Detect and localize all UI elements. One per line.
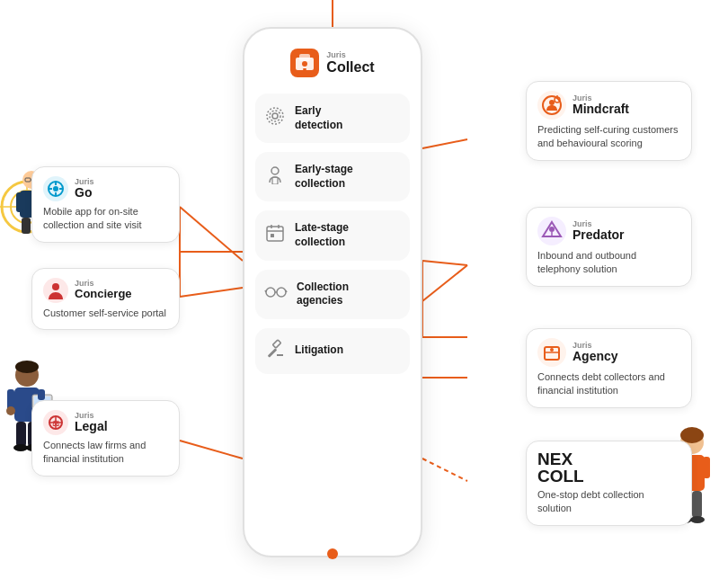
svg-point-28 <box>266 288 275 297</box>
svg-point-78 <box>15 361 39 373</box>
svg-line-2 <box>180 288 243 297</box>
card-juris-mindcraft: Juris Mindcraft Predicting self-curing c… <box>526 81 692 161</box>
svg-text:⚖: ⚖ <box>52 419 59 428</box>
phone-items-list: Earlydetection Early-stagecollection <box>255 94 410 374</box>
gavel-icon <box>264 339 286 363</box>
card-nexcoll: NEX COLL One-stop debt collection soluti… <box>526 441 692 526</box>
card-nexcoll-desc: One-stop debt collection solution <box>537 488 679 516</box>
juris-mindcraft-logo-icon <box>537 91 566 120</box>
svg-rect-15 <box>299 54 310 61</box>
phone-item-litigation[interactable]: Litigation <box>255 328 410 374</box>
juris-concierge-logo-icon <box>43 278 68 303</box>
juris-legal-logo-icon: ⚖ <box>43 410 68 435</box>
svg-line-6 <box>422 139 467 148</box>
svg-line-1 <box>180 207 243 261</box>
card-go-name: Go <box>75 186 94 200</box>
card-juris-agency: Juris Agency Connects debt collectors an… <box>526 328 692 408</box>
phone-item-label: Litigation <box>295 343 343 358</box>
svg-point-19 <box>270 111 280 121</box>
svg-rect-83 <box>38 389 45 400</box>
svg-point-88 <box>6 406 15 415</box>
phone-card: Juris Collect Earlydetection <box>243 27 422 557</box>
svg-point-18 <box>272 113 278 119</box>
svg-rect-22 <box>272 177 278 184</box>
person-icon <box>264 165 286 189</box>
svg-line-3 <box>180 441 243 459</box>
svg-rect-34 <box>272 340 280 348</box>
svg-rect-99 <box>692 491 702 518</box>
card-juris-concierge: Juris Concierge Customer self-service po… <box>31 268 180 330</box>
card-legal-name: Legal <box>75 420 108 433</box>
svg-point-62 <box>550 348 554 352</box>
svg-point-21 <box>271 167 279 174</box>
phone-header: Juris Collect <box>290 49 374 77</box>
svg-rect-33 <box>268 348 278 358</box>
svg-rect-97 <box>703 457 710 478</box>
phone-item-label: Early-stagecollection <box>295 163 353 191</box>
juris-collect-logo-icon <box>290 49 319 77</box>
svg-rect-84 <box>16 422 26 447</box>
diagram-container: Juris Collect Earlydetection <box>0 0 719 588</box>
phone-name: Collect <box>326 59 374 76</box>
svg-line-12 <box>422 459 467 481</box>
svg-line-10 <box>422 265 467 301</box>
card-juris-go: Juris Go Mobile app for on-site collecti… <box>31 166 180 243</box>
card-concierge-name: Concierge <box>75 288 132 300</box>
juris-predator-logo-icon <box>537 217 566 245</box>
phone-item-label: Collectionagencies <box>297 281 349 308</box>
phone-brand: Juris <box>326 51 374 59</box>
card-concierge-desc: Customer self-service portal <box>43 307 166 320</box>
svg-rect-27 <box>271 234 274 237</box>
juris-agency-logo-icon <box>537 338 566 367</box>
phone-item-label: Earlydetection <box>295 104 342 132</box>
svg-line-32 <box>286 290 287 292</box>
svg-line-7 <box>422 261 467 265</box>
card-mindcraft-name: Mindcraft <box>573 102 629 116</box>
juris-go-logo-icon <box>43 176 68 201</box>
phone-item-early-detection[interactable]: Earlydetection <box>255 94 410 143</box>
nexcoll-logo: NEX COLL <box>537 450 584 485</box>
top-connector-line <box>332 0 333 29</box>
svg-point-16 <box>302 61 307 67</box>
card-go-desc: Mobile app for on-site collection and si… <box>43 205 166 233</box>
card-predator-name: Predator <box>573 228 625 242</box>
svg-point-101 <box>690 516 705 523</box>
glasses-icon <box>264 284 288 305</box>
card-legal-desc: Connects law firms and financial institu… <box>43 439 166 467</box>
phone-item-early-stage[interactable]: Early-stagecollection <box>255 152 410 201</box>
phone-item-label: Late-stagecollection <box>295 221 349 249</box>
card-juris-legal: ⚖ Juris Legal Connects law firms and fin… <box>31 400 180 477</box>
svg-point-29 <box>277 288 286 297</box>
svg-point-57 <box>549 227 555 232</box>
card-predator-desc: Inbound and outbound telephony solution <box>537 249 679 277</box>
svg-point-52 <box>549 100 555 105</box>
card-mindcraft-desc: Predicting self-curing customers and beh… <box>537 123 679 151</box>
svg-line-31 <box>265 290 266 292</box>
bottom-dot <box>327 548 338 559</box>
svg-rect-23 <box>267 227 283 241</box>
card-agency-desc: Connects debt collectors and financial i… <box>537 370 679 398</box>
svg-rect-70 <box>16 192 23 212</box>
calendar-icon <box>264 223 286 247</box>
svg-rect-17 <box>303 68 306 70</box>
svg-point-86 <box>13 444 28 451</box>
phone-item-collection-agencies[interactable]: Collectionagencies <box>255 270 410 319</box>
radio-icon <box>264 106 286 130</box>
card-agency-name: Agency <box>573 350 618 363</box>
svg-point-44 <box>52 283 59 290</box>
card-juris-predator: Juris Predator Inbound and outbound tele… <box>526 207 692 287</box>
svg-point-38 <box>53 186 58 192</box>
svg-rect-72 <box>22 218 31 234</box>
phone-item-late-stage[interactable]: Late-stagecollection <box>255 210 410 260</box>
